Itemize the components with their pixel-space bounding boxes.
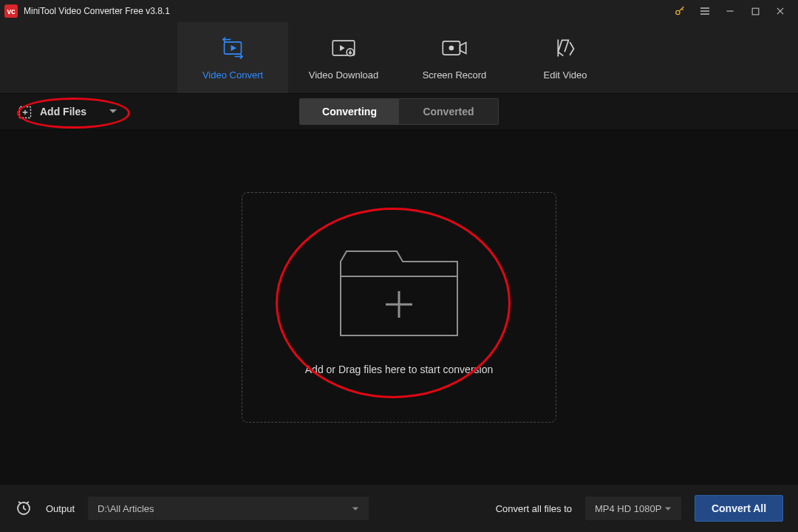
download-icon — [330, 35, 357, 61]
svg-point-0 — [676, 10, 680, 14]
convert-icon — [219, 35, 246, 61]
svg-point-6 — [449, 45, 454, 50]
chevron-down-icon — [109, 106, 117, 117]
nav-label: Video Download — [309, 69, 378, 81]
edit-icon — [554, 35, 576, 61]
nav-label: Video Convert — [202, 69, 263, 81]
footer: Output D:\All Articles Convert all files… — [0, 485, 798, 532]
key-icon[interactable] — [674, 5, 686, 17]
add-file-icon — [18, 105, 31, 118]
chevron-down-icon — [352, 503, 359, 514]
chevron-down-icon — [664, 503, 672, 514]
convert-all-button[interactable]: Convert All — [695, 495, 783, 522]
close-button[interactable] — [774, 5, 786, 17]
title-bar: vc MiniTool Video Converter Free v3.8.1 — [0, 0, 798, 22]
tab-video-convert[interactable]: Video Convert — [177, 22, 288, 93]
toolbar: Add Files Converting Converted — [0, 93, 798, 130]
minimize-button[interactable] — [724, 5, 736, 17]
add-files-label: Add Files — [40, 106, 86, 117]
menu-icon[interactable] — [699, 5, 711, 17]
nav-label: Screen Record — [423, 69, 487, 81]
app-logo: vc — [4, 4, 18, 18]
tab-edit-video[interactable]: Edit Video — [510, 22, 621, 93]
nav-label: Edit Video — [543, 69, 587, 81]
clock-icon[interactable] — [15, 499, 33, 519]
folder-plus-icon — [336, 239, 462, 346]
output-path-value: D:\All Articles — [98, 503, 154, 514]
stage: Add or Drag files here to start conversi… — [0, 130, 798, 485]
tab-video-download[interactable]: Video Download — [288, 22, 399, 93]
app-title: MiniTool Video Converter Free v3.8.1 — [24, 6, 170, 16]
output-format-select[interactable]: MP4 HD 1080P — [585, 497, 681, 520]
record-icon — [440, 35, 468, 61]
main-nav: Video Convert Video Download — [0, 22, 798, 93]
output-label: Output — [46, 503, 75, 514]
tab-converted[interactable]: Converted — [399, 99, 498, 124]
output-format-value: MP4 HD 1080P — [595, 503, 661, 514]
tab-screen-record[interactable]: Screen Record — [399, 22, 510, 93]
drop-zone-message: Add or Drag files here to start conversi… — [305, 364, 493, 375]
add-files-button[interactable]: Add Files — [10, 105, 117, 118]
output-path-select[interactable]: D:\All Articles — [88, 497, 369, 520]
maximize-button[interactable] — [749, 5, 761, 17]
convert-status-tabs: Converting Converted — [299, 98, 499, 125]
svg-rect-1 — [752, 8, 759, 15]
drop-zone[interactable]: Add or Drag files here to start conversi… — [242, 192, 556, 423]
tab-converting[interactable]: Converting — [300, 99, 399, 124]
convert-all-to-label: Convert all files to — [496, 503, 572, 514]
